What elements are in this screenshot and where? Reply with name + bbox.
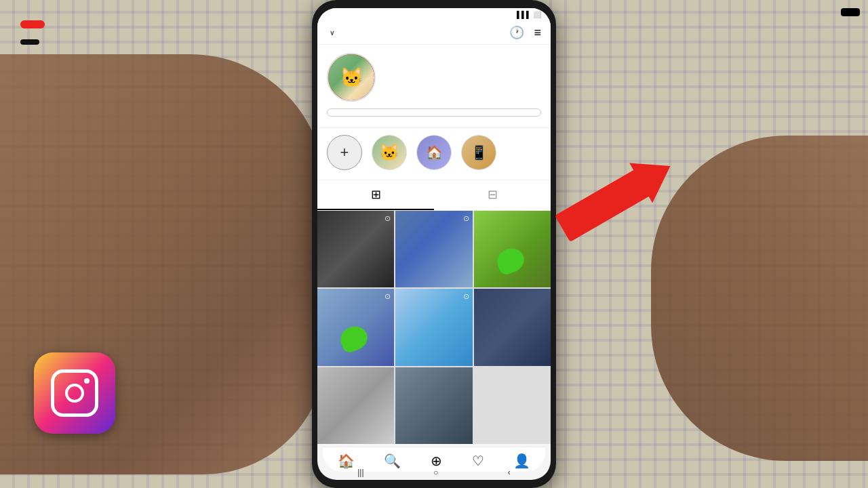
- profile-section: 🐱: [317, 45, 551, 127]
- post-icon-2: ⊙: [463, 214, 469, 223]
- highlight-new2[interactable]: 🏠: [416, 135, 452, 173]
- table-row[interactable]: [474, 289, 551, 365]
- tab-grid[interactable]: ⊞: [317, 180, 434, 210]
- table-row[interactable]: ⊙: [395, 211, 472, 287]
- android-home[interactable]: ○: [433, 468, 438, 477]
- posts-grid: ⊙ ⊙ ⊙ ⊙: [317, 211, 551, 444]
- ig-username-row[interactable]: ∨: [327, 29, 334, 37]
- grid-tabs: ⊞ ⊟: [317, 180, 551, 211]
- clock-icon[interactable]: 🕐: [509, 25, 524, 40]
- post-icon-4: ⊙: [384, 292, 391, 301]
- ig-logo-inner: [34, 352, 115, 434]
- green-blob-2: [337, 323, 371, 354]
- instagram-logo: [34, 352, 115, 434]
- android-recent[interactable]: |||: [357, 468, 363, 477]
- highlight-new-add[interactable]: +: [327, 135, 362, 173]
- android-nav: ||| ○ ‹: [323, 466, 545, 479]
- ig-logo-circle: [65, 384, 84, 403]
- avatar-image: 🐱: [328, 54, 374, 100]
- table-row[interactable]: [474, 211, 551, 287]
- ig-logo-dot: [84, 378, 90, 384]
- menu-icon[interactable]: ≡: [534, 26, 541, 40]
- table-row[interactable]: [395, 367, 472, 444]
- highlights-row: + 🐱 🏠 📱: [317, 127, 551, 180]
- phone-screen: ▌▌▌ ⬜ ∨ 🕐 ≡ 🐱: [317, 8, 551, 480]
- ig-header: ∨ 🕐 ≡: [317, 20, 551, 45]
- hand-right: [651, 136, 868, 461]
- status-bar: ▌▌▌ ⬜: [317, 8, 551, 20]
- ig-header-icons: 🕐 ≡: [509, 25, 541, 40]
- android-back[interactable]: ‹: [508, 468, 511, 477]
- table-row[interactable]: [317, 367, 394, 444]
- post-icon-1: ⊙: [384, 214, 391, 223]
- edit-profile-button[interactable]: [327, 108, 541, 117]
- tab-list[interactable]: ⊟: [434, 180, 551, 210]
- highlight-circle-window[interactable]: 🏠: [416, 135, 452, 170]
- avatar[interactable]: 🐱: [327, 53, 376, 102]
- highlight-circle-cat[interactable]: 🐱: [372, 135, 407, 170]
- table-row[interactable]: ⊙: [317, 211, 394, 287]
- highlight-iphone[interactable]: 📱: [461, 135, 496, 173]
- phone: ▌▌▌ ⬜ ∨ 🕐 ≡ 🐱: [312, 0, 556, 488]
- green-blob-1: [494, 245, 528, 277]
- highlight-circle-phone[interactable]: 📱: [461, 135, 496, 170]
- highlight-highlights[interactable]: 🐱: [372, 135, 407, 173]
- chevron-down-icon: ∨: [330, 29, 334, 37]
- branding-box: [841, 8, 860, 16]
- title-delete-box: [20, 20, 45, 28]
- ig-logo-icon: [51, 369, 98, 417]
- title-overlay: [20, 20, 45, 47]
- highlight-circle-add[interactable]: +: [327, 135, 362, 170]
- title-highlight-box: [20, 39, 39, 45]
- status-signal: ▌▌▌ ⬜: [517, 11, 541, 18]
- table-row[interactable]: ⊙: [317, 289, 394, 365]
- profile-top: 🐱: [327, 53, 541, 102]
- table-row[interactable]: ⊙: [395, 289, 472, 365]
- post-icon-5: ⊙: [463, 292, 469, 301]
